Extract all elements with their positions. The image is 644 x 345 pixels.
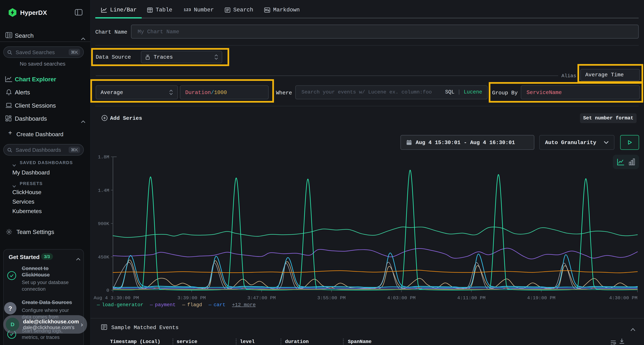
- column-separator[interactable]: [172, 339, 173, 344]
- svg-text:Aug 4 3:30:00 PM: Aug 4 3:30:00 PM: [94, 295, 139, 301]
- tab-markdown[interactable]: Markdown: [264, 7, 300, 13]
- sidebar-item-preset[interactable]: Kubernetes: [0, 206, 90, 216]
- sidebar-item-my-dashboard[interactable]: My Dashboard: [12, 169, 50, 176]
- sidebar-item-search[interactable]: Search: [15, 32, 34, 39]
- svg-text:4:19:00 PM: 4:19:00 PM: [527, 295, 556, 301]
- legend-item[interactable]: —load-generator: [97, 302, 144, 308]
- gear-icon: [6, 229, 12, 237]
- table-icon: [147, 7, 153, 13]
- group-by-input[interactable]: ServiceName: [521, 85, 640, 99]
- chevron-up-icon[interactable]: [76, 255, 80, 262]
- legend-more-link[interactable]: +12 more: [232, 302, 256, 308]
- brand-title: HyperDX: [20, 9, 47, 16]
- data-source-label: Data Source: [96, 54, 131, 60]
- value-token: 1000: [214, 89, 227, 95]
- presets-header[interactable]: PRESETS: [20, 181, 43, 186]
- sidebar-item-chart-explorer[interactable]: Chart Explorer: [15, 76, 56, 83]
- tab-table[interactable]: Table: [147, 7, 172, 13]
- hyperdx-logo-icon: [8, 8, 17, 17]
- get-started-item-title[interactable]: Create Data Sources: [22, 299, 83, 306]
- list-icon: [225, 7, 230, 13]
- alias-input[interactable]: [584, 71, 636, 78]
- chart-name-input-wrap: [131, 25, 639, 39]
- column-header-service[interactable]: service: [176, 339, 197, 345]
- series-connector-line: [96, 75, 558, 76]
- legend-item[interactable]: —payment: [150, 302, 176, 308]
- column-separator[interactable]: [280, 339, 282, 344]
- sidebar-item-team-settings[interactable]: Team Settings: [16, 229, 54, 235]
- group-by-label: Group By: [492, 90, 518, 96]
- column-separator[interactable]: [343, 339, 344, 344]
- column-separator[interactable]: [236, 339, 237, 344]
- set-number-format-button[interactable]: Set number format: [580, 113, 637, 123]
- legend-item[interactable]: —flagd: [182, 302, 202, 308]
- tab-number[interactable]: 123 Number: [184, 7, 214, 13]
- sidebar-item-create-dashboard[interactable]: Create Dashboard: [16, 131, 64, 137]
- column-header-level[interactable]: level: [240, 339, 255, 345]
- svg-text:1.8M: 1.8M: [98, 154, 109, 160]
- sql-toggle[interactable]: SQL: [445, 89, 454, 95]
- get-started-item-title[interactable]: Connect to ClickHouse: [22, 265, 72, 278]
- chevron-up-icon[interactable]: [630, 326, 636, 333]
- saved-dashboards-header[interactable]: SAVED DASHBOARDS: [20, 160, 73, 165]
- saved-dashboards-input[interactable]: Saved Dashboards ⌘K: [3, 144, 84, 156]
- saved-searches-input[interactable]: Saved Searches ⌘K: [3, 46, 84, 58]
- download-icon[interactable]: [619, 338, 625, 345]
- get-started-title: Get Started: [8, 254, 40, 260]
- sidebar-item-dashboards[interactable]: Dashboards: [15, 115, 47, 122]
- sidebar-item-alerts[interactable]: Alerts: [15, 89, 30, 96]
- where-input[interactable]: [301, 89, 445, 96]
- svg-text:450K: 450K: [98, 255, 109, 260]
- field-expression-input[interactable]: Duration/1000: [180, 85, 269, 99]
- svg-text:900K: 900K: [98, 221, 109, 227]
- field-token: Duration: [185, 89, 211, 95]
- chevron-up-icon[interactable]: [81, 117, 85, 125]
- legend-dash-icon: —: [182, 302, 185, 308]
- operator-token: /: [211, 89, 214, 95]
- sidebar-item-preset[interactable]: Services: [0, 197, 90, 206]
- help-button[interactable]: ?: [4, 302, 16, 315]
- sidebar-item-preset[interactable]: ClickHouse: [0, 187, 90, 197]
- aggregation-select[interactable]: Average: [96, 85, 178, 99]
- alias-label: Alias: [562, 73, 576, 79]
- run-query-button[interactable]: [620, 135, 639, 150]
- collapse-sidebar-icon[interactable]: [75, 9, 83, 17]
- markdown-icon: [264, 7, 270, 13]
- column-header-spanname[interactable]: SpanName: [348, 339, 372, 345]
- plus-circle-icon[interactable]: [102, 115, 108, 123]
- chart-name-label: Chart Name: [95, 29, 127, 35]
- tab-search[interactable]: Search: [225, 7, 253, 13]
- data-source-select[interactable]: Traces: [141, 51, 222, 63]
- tab-line-bar[interactable]: Line/Bar: [101, 7, 137, 13]
- lucene-toggle[interactable]: Lucene: [464, 89, 482, 95]
- column-header-timestamp-local-[interactable]: Timestamp (Local): [110, 339, 160, 345]
- search-icon: [7, 147, 12, 152]
- chart-name-input[interactable]: [137, 28, 633, 35]
- active-tab-underline: [95, 17, 142, 18]
- granularity-value: Auto Granularity: [545, 139, 604, 145]
- chevron-up-icon[interactable]: [81, 34, 85, 42]
- date-range-picker[interactable]: Aug 4 15:30:01 - Aug 4 16:30:01: [400, 135, 534, 150]
- sidebar-item-client-sessions[interactable]: Client Sessions: [15, 102, 56, 109]
- wrap-lines-icon[interactable]: [610, 339, 616, 345]
- timeseries-chart[interactable]: 0450K900K1.4M1.8MAug 4 3:30:00 PM3:39:00…: [92, 153, 640, 303]
- chart-series-load-generator: [113, 227, 638, 237]
- add-series-button[interactable]: Add Series: [110, 115, 142, 121]
- calendar-icon: [406, 140, 412, 145]
- chevron-down-icon[interactable]: [12, 161, 16, 168]
- chart-legend: —load-generator—payment—flagd—cart+12 mo…: [97, 302, 256, 308]
- chart-series-payment: [113, 248, 638, 259]
- data-source-value: Traces: [154, 54, 214, 60]
- column-header-duration[interactable]: duration: [285, 339, 308, 345]
- section-divider: [90, 318, 644, 318]
- search-icon: [7, 49, 12, 55]
- user-menu[interactable]: D dale@clickhouse.com dale@clickhouse.co…: [3, 315, 87, 334]
- legend-dash-icon: —: [208, 302, 212, 308]
- legend-item[interactable]: —cart: [208, 302, 226, 308]
- number-123-icon: 123: [184, 8, 191, 12]
- shortcut-badge: ⌘K: [69, 147, 80, 153]
- legend-dash-icon: —: [97, 302, 100, 308]
- sample-events-title: Sample Matched Events: [111, 325, 178, 331]
- chevron-right-icon: ›: [81, 321, 83, 328]
- granularity-select[interactable]: Auto Granularity: [539, 135, 614, 150]
